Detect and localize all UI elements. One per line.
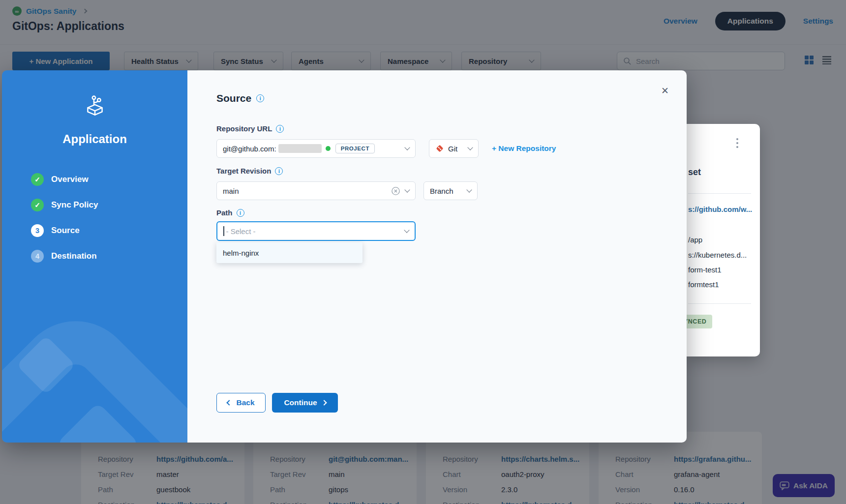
project-badge: PROJECT [335, 144, 375, 153]
step-sync-policy[interactable]: ✓ Sync Policy [31, 199, 98, 211]
git-icon [435, 144, 444, 153]
step-overview[interactable]: ✓ Overview [31, 173, 98, 186]
step-number-icon: 3 [31, 224, 44, 237]
check-icon: ✓ [31, 173, 44, 186]
source-step-title: Source i [216, 92, 264, 104]
page: ∞ GitOps Sanity GitOps: Applications Ove… [0, 0, 846, 504]
wizard-content: ✕ Source i Repository URL i git@github.c… [187, 70, 687, 443]
clear-icon[interactable] [391, 186, 400, 196]
chevron-down-icon[interactable] [404, 227, 409, 233]
text-cursor [223, 226, 224, 236]
app-name-fragment: set [688, 167, 701, 178]
kebab-menu-button[interactable] [735, 137, 740, 149]
info-icon[interactable]: i [275, 167, 283, 175]
check-icon: ✓ [31, 199, 44, 211]
repository-url-value: git@github.com: [223, 145, 276, 153]
repo-link-fragment[interactable]: s://github.com/w... [688, 205, 752, 213]
divider [688, 193, 751, 194]
chevron-left-icon [227, 400, 232, 405]
target-revision-label: Target Revision i [216, 167, 283, 175]
continue-button[interactable]: Continue [272, 393, 338, 413]
wizard-title: Application [2, 132, 187, 146]
wizard-steps: ✓ Overview ✓ Sync Policy 3 Source 4 Dest… [31, 173, 98, 263]
back-button[interactable]: Back [216, 393, 266, 413]
target-revision-value: main [223, 187, 239, 195]
repo-type-select[interactable]: Git [429, 139, 479, 158]
new-repository-link[interactable]: + New Repository [492, 144, 556, 153]
source-title-text: Source [216, 92, 251, 104]
path-fragment: /app [688, 236, 702, 244]
chevron-down-icon [467, 145, 473, 150]
revision-type-value: Branch [430, 187, 453, 195]
step-label: Source [51, 226, 80, 236]
path-field[interactable]: - Select - [216, 221, 416, 241]
target-revision-field[interactable]: main [216, 181, 416, 200]
step-label: Destination [51, 251, 97, 261]
step-number-icon: 4 [31, 250, 44, 263]
connection-status-dot [326, 146, 331, 151]
step-label: Sync Policy [51, 200, 98, 210]
repo-type-value: Git [448, 145, 457, 153]
close-button[interactable]: ✕ [661, 85, 669, 96]
chevron-right-icon [321, 400, 327, 405]
info-icon[interactable]: i [237, 209, 244, 217]
wizard-sidebar: Application ✓ Overview ✓ Sync Policy 3 S… [2, 70, 187, 443]
value-fragment: form-test1 [688, 266, 722, 274]
chevron-down-icon[interactable] [404, 145, 410, 150]
step-label: Overview [51, 175, 89, 184]
path-option-helm-nginx[interactable]: helm-nginx [223, 249, 259, 257]
path-label: Path i [216, 208, 244, 217]
path-placeholder: - Select - [226, 227, 256, 236]
new-application-wizard-modal: Application ✓ Overview ✓ Sync Policy 3 S… [2, 70, 687, 443]
step-source[interactable]: 3 Source [31, 224, 98, 237]
side-card[interactable]: set s://github.com/w... /app s://kuberne… [687, 124, 760, 356]
path-dropdown: helm-nginx [216, 242, 363, 263]
divider [688, 303, 751, 304]
revision-type-select[interactable]: Branch [423, 181, 478, 200]
info-icon[interactable]: i [276, 125, 284, 133]
repository-url-field[interactable]: git@github.com: PROJECT [216, 139, 416, 158]
application-icon [83, 94, 107, 119]
step-destination[interactable]: 4 Destination [31, 250, 98, 263]
info-icon[interactable]: i [256, 94, 264, 102]
redacted-text [278, 144, 322, 153]
chevron-down-icon[interactable] [404, 187, 410, 192]
destination-fragment: s://kubernetes.d... [688, 251, 747, 259]
value-fragment: formtest1 [688, 280, 719, 289]
chevron-down-icon [466, 187, 472, 192]
repository-url-label: Repository URL i [216, 124, 284, 133]
